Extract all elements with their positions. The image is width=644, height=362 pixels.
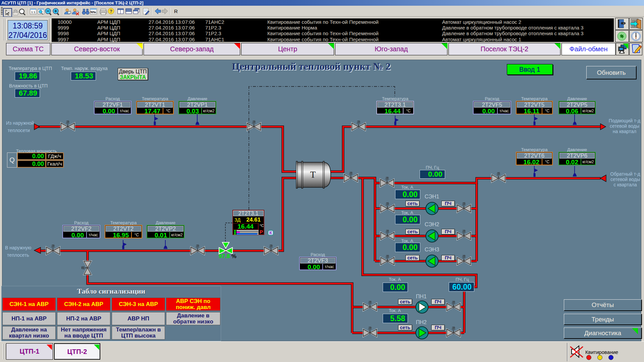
svg-text:Т: Т	[310, 170, 316, 180]
